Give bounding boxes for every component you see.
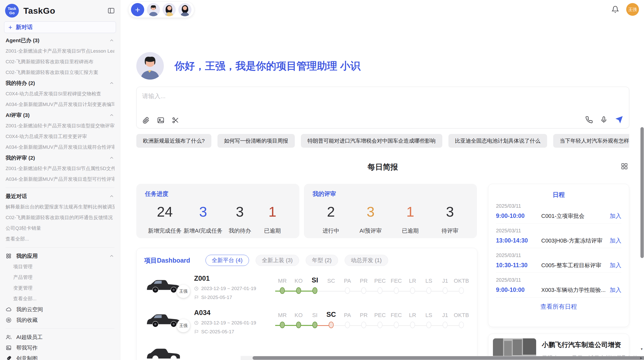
event-time: 13:00-14:30 <box>496 237 541 244</box>
section-ai-review[interactable]: AI评审 (3) <box>6 110 114 121</box>
sidebar-task-item[interactable]: A034-全新新能源MUV产品开发项目造型可行性评审 <box>6 174 114 185</box>
sidebar-task-item[interactable]: Z001-全新燃油皮卡产品开发项目SI节点Lesson Learn报告 <box>6 46 114 56</box>
milestone-dot <box>394 322 399 328</box>
suggestion-chip[interactable]: 当下年轻人对汽车外观有怎样的喜好趋势 <box>553 134 629 148</box>
horizontal-scrollbar-thumb[interactable] <box>253 356 644 360</box>
screenshot-scissors-icon[interactable] <box>172 116 179 124</box>
section-recent-chats[interactable]: 最近对话 <box>6 191 114 202</box>
sidebar-lists: Agent已办 (3) Z001-全新燃油皮卡产品开发项目SI节点Lesson … <box>0 33 120 360</box>
sidebar-task-item[interactable]: C02-飞腾新能源轻客改款项目立项汇报方案 <box>6 67 114 78</box>
section-my-todo[interactable]: 我的待办 (2) <box>6 78 114 88</box>
view-all-apps[interactable]: 查看全部... <box>6 293 114 304</box>
stat-value: 3 <box>236 203 244 220</box>
user-name: 王强 <box>628 7 637 12</box>
agent-avatar[interactable] <box>178 3 192 16</box>
sidebar-app-item[interactable]: 变更管理 <box>6 283 114 293</box>
event-date: 2025/03/11 <box>496 203 621 209</box>
microphone-icon[interactable] <box>600 116 608 124</box>
suggestion-chip[interactable]: 特朗普可能对进口汽车增税会对中国车企造成哪些影响 <box>301 134 442 148</box>
add-agent-button[interactable]: + <box>131 3 144 16</box>
sidebar-task-item[interactable]: C0X4-动力总成开发项目SI里程碑提交物检查 <box>6 88 114 99</box>
scroll-right-arrow-icon[interactable] <box>640 356 642 360</box>
users-icon <box>6 334 12 340</box>
vertical-scrollbar-thumb[interactable] <box>640 127 644 258</box>
milestone-label-current: SC <box>326 309 336 319</box>
suggestion-chip[interactable]: 如何写一份清晰的项目周报 <box>217 134 295 148</box>
join-link[interactable]: 加入 <box>610 286 621 294</box>
sidebar-item-favorites[interactable]: 我的收藏 <box>6 315 114 325</box>
sidebar-task-item[interactable]: A034-全新新能源MUV产品开发项目计划变更表编写 <box>6 99 114 110</box>
suggestion-chip[interactable]: 比亚迪全固态电池计划具体说了什么 <box>448 134 547 148</box>
section-title: 我的待办 (2) <box>6 80 35 87</box>
tab-model-year[interactable]: 年型 (2) <box>306 255 338 266</box>
suggestion-chip[interactable]: 欧洲新规最近颁布了什么? <box>136 134 211 148</box>
stat-overdue: 1 已逾期 <box>257 203 288 235</box>
milestone-label: MR <box>278 309 287 319</box>
agent-avatar[interactable] <box>147 3 160 16</box>
send-icon[interactable] <box>615 115 623 124</box>
view-all-schedule-link[interactable]: 查看所有日程 <box>496 303 621 311</box>
plus-icon <box>8 24 12 31</box>
milestone-dot <box>426 322 431 328</box>
join-link[interactable]: 加入 <box>610 261 621 269</box>
sidebar-task-item[interactable]: C02-飞腾新能源轻客改款项目里程碑画布 <box>6 56 114 67</box>
sidebar-collapse-icon[interactable] <box>107 7 115 14</box>
tab-new-body[interactable]: 全新上装 (3) <box>256 255 299 266</box>
milestone-label: OKTB <box>454 309 469 319</box>
milestone-label: LR <box>409 309 416 319</box>
stat-label: 已逾期 <box>264 227 281 235</box>
sidebar-item-cloud-space[interactable]: 我的云空间 <box>6 304 114 315</box>
tab-new-platform[interactable]: 全新平台 (4) <box>206 255 249 266</box>
sidebar-item-ai-staff[interactable]: AI超级员工 <box>6 332 114 342</box>
stat-value: 2 <box>327 203 335 220</box>
chevron-up-icon[interactable] <box>109 193 114 199</box>
chevron-up-icon[interactable] <box>109 155 114 161</box>
project-image: 王强 <box>144 275 182 297</box>
sidebar-item-write-helper[interactable]: 帮我写作 <box>6 342 114 353</box>
sidebar-conversation-item[interactable]: 公司Q3轻卡销量 <box>6 223 114 234</box>
sidebar-app-item[interactable]: 产品管理 <box>6 272 114 283</box>
section-my-review[interactable]: 我的评审 (2) <box>6 153 114 163</box>
news-title: 小鹏飞行汽车制造公司增资 <box>542 340 643 349</box>
scroll-down-arrow-icon[interactable] <box>640 347 643 351</box>
event-time: 10:30-11:30 <box>496 262 541 269</box>
image-upload-icon[interactable] <box>157 116 165 124</box>
sidebar-task-item[interactable]: Z001-全新燃油轻卡产品开发项目SI节点属性5D文件评审 <box>6 163 114 174</box>
chevron-up-icon[interactable] <box>109 80 114 86</box>
project-row[interactable]: 王强 Z001 2023-12-19 ~ 2027-01-19 SI-2025-… <box>144 275 470 300</box>
chat-input[interactable]: 请输入... <box>136 87 629 128</box>
sidebar-task-item[interactable]: A034-全新新能源MUV产品开发项目法规符合性评审 <box>6 142 114 153</box>
tab-powertrain[interactable]: 动总开发 (1) <box>345 255 388 266</box>
join-link[interactable]: 加入 <box>610 212 621 220</box>
project-image <box>144 343 182 360</box>
milestone-label: PEC <box>374 275 386 284</box>
project-name: A034 <box>194 309 255 317</box>
new-chat-button[interactable]: 新对话 <box>4 21 116 33</box>
join-link[interactable]: 加入 <box>610 237 621 245</box>
sidebar-item-label: AI超级员工 <box>16 334 43 341</box>
chevron-up-icon[interactable] <box>109 38 114 43</box>
chevron-up-icon[interactable] <box>109 112 114 118</box>
section-my-apps[interactable]: 我的应用 <box>6 251 114 261</box>
sidebar-item-creative-draw[interactable]: 创意制图 <box>6 353 114 360</box>
sidebar-task-item[interactable]: Z001-全新燃油轻卡产品开发项目SI造型提交物评审 <box>6 121 114 131</box>
sidebar-app-item[interactable]: 项目管理 <box>6 261 114 272</box>
sidebar-task-item[interactable]: C0X4-动力总成开发项目工程变更评审 <box>6 131 114 142</box>
sidebar-conversation-item[interactable]: C02-飞腾新能源轻客改款项目的闭环通告反馈情况 <box>6 212 114 223</box>
agent-avatar[interactable] <box>163 3 176 16</box>
milestone-dot <box>361 287 366 294</box>
sidebar-conversation-item[interactable]: 解释最新出台的欧盟报废车法规再生塑料比例被调至15%... <box>6 202 114 212</box>
assistant-greeting: 你好，王强，我是你的项目管理助理 小识 <box>136 52 629 80</box>
event-title: C001-立项审批会 <box>541 212 610 220</box>
schedule-event: 2025/03/11 9:00-10:00 C001-立项审批会 加入 <box>496 199 621 223</box>
horizontal-scrollbar[interactable] <box>241 356 644 360</box>
notification-bell-icon[interactable] <box>611 6 619 13</box>
layout-grid-icon[interactable] <box>621 162 628 170</box>
voice-call-icon[interactable] <box>585 116 593 124</box>
user-avatar[interactable]: 王强 <box>626 3 639 16</box>
attachment-icon[interactable] <box>142 116 150 124</box>
project-row[interactable]: 王强 A034 2023-12-19 ~ 2026-01-19 SC-2025-… <box>144 309 470 335</box>
view-all-conversations[interactable]: 查看全部... <box>6 234 114 244</box>
section-agent-done[interactable]: Agent已办 (3) <box>6 35 114 46</box>
chevron-up-icon[interactable] <box>109 253 114 259</box>
